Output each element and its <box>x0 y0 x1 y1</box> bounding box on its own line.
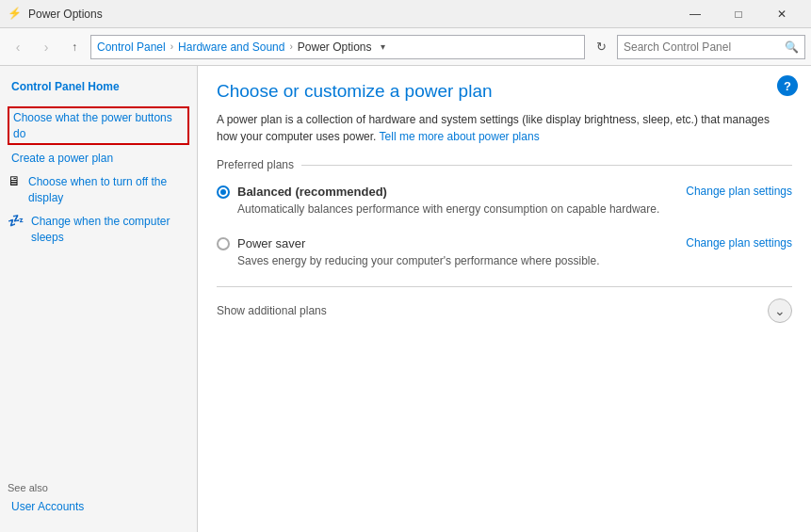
power-buttons-link[interactable]: Choose what the power buttons do <box>8 106 189 146</box>
breadcrumb-current: Power Options <box>298 40 372 54</box>
window-title: Power Options <box>28 8 103 21</box>
power-saver-plan-name: Power saver <box>237 236 305 250</box>
close-button[interactable]: ✕ <box>760 0 803 28</box>
learn-more-link[interactable]: Tell me more about power plans <box>380 130 540 143</box>
computer-sleeps-link[interactable]: Change when the computer sleeps <box>27 212 189 248</box>
balanced-radio-row: Balanced (recommended) <box>217 185 659 199</box>
see-also-label: See also <box>8 482 189 493</box>
power-saver-plan-desc: Saves energy by reducing your computer's… <box>237 254 600 267</box>
breadcrumb-sep-2: › <box>289 41 292 52</box>
create-power-plan-link[interactable]: Create a power plan <box>8 149 189 169</box>
balanced-plan-desc: Automatically balances performance with … <box>237 202 659 216</box>
power-saver-radio-row: Power saver <box>217 236 600 250</box>
control-panel-home-link[interactable]: Control Panel Home <box>8 77 189 97</box>
maximize-button[interactable]: □ <box>717 0 760 28</box>
main-content: Control Panel Home Choose what the power… <box>0 66 811 532</box>
title-bar-left: ⚡ Power Options <box>8 7 103 22</box>
page-description: A power plan is a collection of hardware… <box>217 111 782 145</box>
power-saver-radio[interactable] <box>217 237 230 250</box>
breadcrumb-dropdown-button[interactable]: ▾ <box>374 36 393 58</box>
see-also-section: See also User Accounts <box>8 471 189 521</box>
sleep-icon: 💤 <box>8 213 24 228</box>
search-input[interactable] <box>624 40 785 54</box>
balanced-plan-left: Balanced (recommended) Automatically bal… <box>217 185 659 216</box>
minimize-button[interactable]: — <box>673 0 717 28</box>
display-icon: 🖥 <box>8 173 21 188</box>
balanced-plan-item: Balanced (recommended) Automatically bal… <box>217 181 792 219</box>
balanced-change-settings-link[interactable]: Change plan settings <box>686 185 792 198</box>
right-panel: ? Choose or customize a power plan A pow… <box>198 66 811 532</box>
user-accounts-link[interactable]: User Accounts <box>8 497 189 517</box>
additional-plans-section: Show additional plans ⌄ <box>217 286 792 323</box>
search-bar: 🔍 <box>617 35 805 59</box>
turn-off-display-container: 🖥 Choose when to turn off the display <box>8 172 189 208</box>
help-button[interactable]: ? <box>777 75 798 96</box>
refresh-button[interactable]: ↻ <box>589 35 613 59</box>
computer-sleeps-container: 💤 Change when the computer sleeps <box>8 212 189 248</box>
breadcrumb-bar: Control Panel › Hardware and Sound › Pow… <box>90 35 585 59</box>
up-button[interactable]: ↑ <box>62 35 87 59</box>
balanced-radio[interactable] <box>217 185 230 199</box>
app-icon: ⚡ <box>8 7 23 22</box>
page-title: Choose or customize a power plan <box>217 81 792 102</box>
address-bar: ‹ › ↑ Control Panel › Hardware and Sound… <box>0 28 811 66</box>
breadcrumb-control-panel[interactable]: Control Panel <box>97 40 166 54</box>
left-panel: Control Panel Home Choose what the power… <box>0 66 198 532</box>
turn-off-display-link[interactable]: Choose when to turn off the display <box>24 172 189 208</box>
preferred-plans-label: Preferred plans <box>217 158 792 171</box>
title-bar: ⚡ Power Options — □ ✕ <box>0 0 811 28</box>
balanced-plan-name: Balanced (recommended) <box>237 185 387 199</box>
forward-button[interactable]: › <box>34 35 58 59</box>
search-icon: 🔍 <box>785 40 799 54</box>
power-saver-change-settings-link[interactable]: Change plan settings <box>686 236 792 250</box>
additional-plans-label: Show additional plans <box>217 304 327 317</box>
back-button[interactable]: ‹ <box>6 35 30 59</box>
breadcrumb-sep-1: › <box>170 41 173 52</box>
expand-plans-button[interactable]: ⌄ <box>768 298 792 323</box>
breadcrumb-hardware-sound[interactable]: Hardware and Sound <box>178 40 284 54</box>
power-saver-plan-left: Power saver Saves energy by reducing you… <box>217 236 600 267</box>
power-saver-plan-item: Power saver Saves energy by reducing you… <box>217 233 792 271</box>
window-controls: — □ ✕ <box>673 0 803 28</box>
